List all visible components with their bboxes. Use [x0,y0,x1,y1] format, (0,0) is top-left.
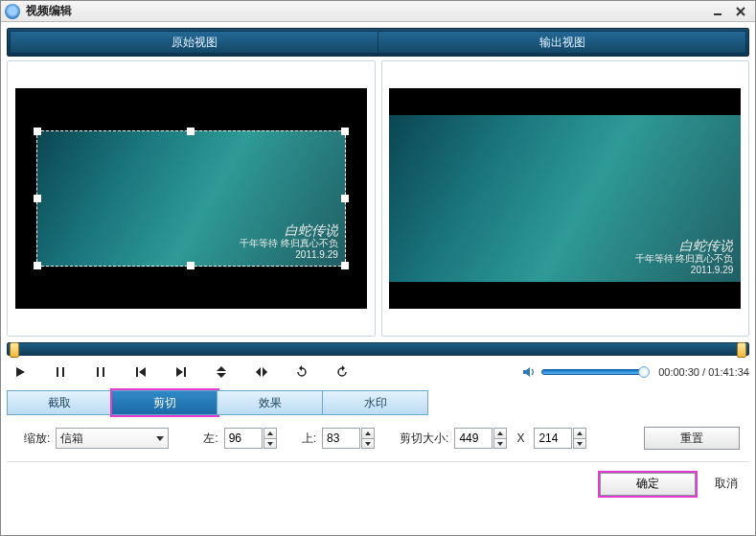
croph-spin-up[interactable] [573,428,586,438]
crop-handle-sw[interactable] [34,262,41,269]
cropw-spin-up[interactable] [493,428,507,438]
original-preview: 白蛇传说 千年等待 终归真心不负 2011.9.29 [7,60,376,337]
timeline[interactable] [7,342,749,356]
svg-rect-8 [136,367,138,377]
timeline-marker-start[interactable] [10,342,19,358]
crop-handle-se[interactable] [341,262,349,269]
volume-slider[interactable] [541,369,647,375]
titlebar: 视频编辑 [1,1,755,22]
close-button[interactable] [730,4,751,19]
crop-height-input[interactable] [534,428,572,449]
top-spin-down[interactable] [361,438,375,449]
output-video-still: 白蛇传说 千年等待 终归真心不负 2011.9.29 [389,115,741,283]
zoom-select[interactable]: 信箱 [56,428,169,449]
mark-out-button[interactable] [87,361,114,383]
cropw-spin-down[interactable] [493,438,507,449]
svg-marker-26 [577,442,583,446]
crop-x-separator: X [516,431,524,445]
svg-rect-4 [57,367,58,377]
app-icon [5,4,20,19]
minimize-icon [712,6,723,17]
svg-rect-5 [62,367,64,377]
tab-crop[interactable]: 剪切 [112,390,218,415]
original-video-still: 白蛇传说 千年等待 终归真心不负 2011.9.29 [36,130,346,268]
view-header: 原始视图 输出视图 [10,31,746,54]
output-video-box: 白蛇传说 千年等待 终归真心不负 2011.9.29 [389,88,741,309]
left-spin-up[interactable] [263,428,277,438]
crop-handle-e[interactable] [341,195,349,202]
play-button[interactable] [7,361,34,383]
zoom-label: 缩放: [24,431,50,447]
svg-marker-25 [577,431,583,435]
crop-handle-nw[interactable] [34,128,41,135]
footer: 确定 取消 [7,461,749,505]
zoom-select-value: 信箱 [60,431,83,447]
svg-marker-21 [365,431,371,435]
crop-handle-n[interactable] [187,128,195,135]
play-icon [13,365,27,379]
crop-handle-ne[interactable] [341,128,349,135]
tab-effect[interactable]: 效果 [218,390,323,415]
svg-marker-20 [267,442,273,446]
mark-in-icon [54,365,67,379]
left-input[interactable] [224,428,263,449]
prev-frame-button[interactable] [127,361,154,383]
cropsize-label: 剪切大小: [400,431,448,447]
svg-marker-13 [217,373,226,378]
left-label: 左: [203,431,218,447]
svg-rect-11 [184,367,186,377]
flip-horizontal-button[interactable] [248,361,275,383]
mark-in-button[interactable] [47,361,74,383]
svg-marker-12 [217,366,226,371]
svg-marker-9 [139,367,146,377]
mark-out-icon [94,365,107,379]
rotate-cw-button[interactable] [288,361,315,383]
minimize-button[interactable] [707,4,728,19]
svg-marker-24 [497,442,503,446]
tab-bar: 截取 剪切 效果 水印 [7,390,749,415]
top-label: 上: [302,431,316,447]
volume-icon[interactable] [520,363,538,381]
tab-watermark[interactable]: 水印 [323,390,428,415]
flip-horizontal-icon [255,365,268,379]
video-edit-window: 视频编辑 原始视图 输出视图 白蛇传说 千年等待 终归真心不负 [0,0,756,536]
svg-marker-18 [523,367,530,377]
tab-clip[interactable]: 截取 [7,390,112,415]
crop-handle-s[interactable] [187,262,195,269]
crop-form: 缩放: 信箱 左: 上: 剪切大小: X [7,415,749,461]
svg-marker-3 [16,367,25,377]
svg-marker-19 [267,431,273,435]
flip-vertical-button[interactable] [208,361,235,383]
original-view-label: 原始视图 [10,31,378,54]
left-spin-down[interactable] [263,438,277,449]
original-video-box: 白蛇传说 千年等待 终归真心不负 2011.9.29 [15,88,367,309]
svg-marker-22 [365,442,371,446]
rotate-ccw-button[interactable] [329,361,355,383]
svg-marker-16 [299,365,302,371]
svg-marker-15 [263,367,267,377]
window-title: 视频编辑 [26,3,72,19]
crop-width-input[interactable] [454,428,493,449]
video-watermark-output: 白蛇传说 千年等待 终归真心不负 2011.9.29 [635,238,734,277]
output-preview: 白蛇传说 千年等待 终归真心不负 2011.9.29 [381,60,750,337]
next-frame-button[interactable] [168,361,195,383]
rotate-cw-icon [295,365,309,379]
chevron-down-icon [156,436,164,441]
svg-rect-7 [103,367,104,377]
ok-button[interactable]: 确定 [600,473,696,496]
time-display: 00:00:30 / 01:41:34 [658,366,749,378]
crop-handle-w[interactable] [34,195,41,202]
svg-marker-17 [342,365,345,371]
top-spin-up[interactable] [361,428,375,438]
rotate-ccw-icon [335,365,349,379]
timeline-marker-end[interactable] [737,342,746,358]
cancel-button[interactable]: 取消 [715,476,738,492]
volume-thumb[interactable] [638,366,650,378]
reset-button[interactable]: 重置 [644,427,740,450]
next-frame-icon [174,365,188,379]
svg-marker-23 [497,431,503,435]
crop-selection[interactable] [36,130,346,268]
croph-spin-down[interactable] [573,438,586,449]
top-input[interactable] [322,428,360,449]
prev-frame-icon [134,365,148,379]
